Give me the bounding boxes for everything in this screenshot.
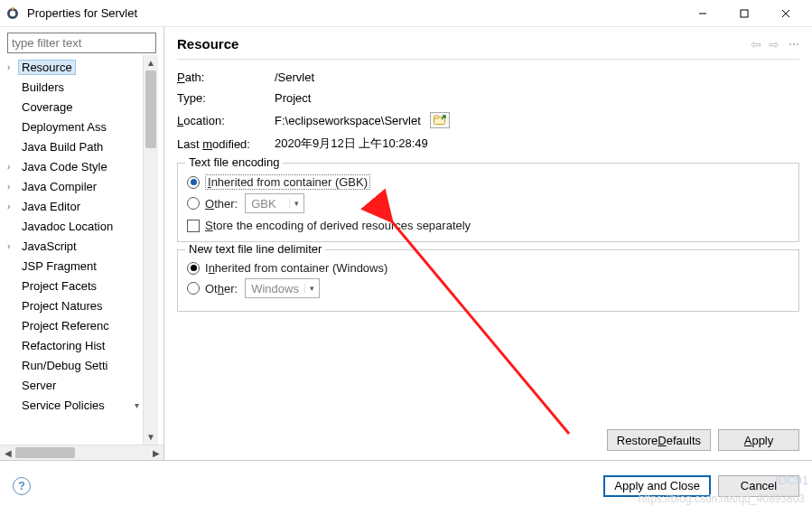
apply-button[interactable]: Apply xyxy=(718,429,799,451)
tree-item[interactable]: Java Build Path xyxy=(0,136,143,156)
lastmod-value: 2020年9月12日 上午10:28:49 xyxy=(275,136,428,152)
tree-item-label: JavaScript xyxy=(18,239,80,254)
tree-item[interactable]: Deployment Ass xyxy=(0,117,143,136)
view-menu-icon[interactable]: ⋯ xyxy=(789,38,799,51)
tree-item[interactable]: ›Resource xyxy=(0,57,143,77)
path-value: /Servlet xyxy=(275,70,314,84)
location-value: F:\eclipseworkspace\Servlet xyxy=(275,114,421,127)
tree-item[interactable]: Javadoc Location xyxy=(0,216,143,236)
delimiter-inherited-radio[interactable] xyxy=(187,262,200,275)
filter-input[interactable] xyxy=(7,33,156,53)
expand-icon: › xyxy=(7,182,18,192)
svg-rect-2 xyxy=(12,7,14,10)
svg-rect-4 xyxy=(741,10,748,17)
store-encoding-checkbox[interactable] xyxy=(187,220,200,232)
tree-item[interactable]: ›JavaScript xyxy=(0,236,143,256)
tree-item-label: Deployment Ass xyxy=(18,119,110,135)
location-label: Location: xyxy=(177,114,275,127)
tree-item[interactable]: Refactoring Hist xyxy=(0,335,143,355)
hscrollbar[interactable]: ◀ ▶ xyxy=(0,445,163,460)
expand-icon: › xyxy=(7,202,18,211)
type-value: Project xyxy=(275,91,311,105)
delimiter-other-radio[interactable] xyxy=(187,282,200,295)
tree-item-label: Javadoc Location xyxy=(18,219,117,234)
tree-item-label: Resource xyxy=(18,60,76,75)
main-panel: Resource ⇦ ⇨ ⋯ Path: /Servlet Type: Proj… xyxy=(164,27,812,460)
tree-item-label: Project Natures xyxy=(18,298,107,314)
encoding-legend: Text file encoding xyxy=(185,155,283,169)
tree-item[interactable]: Server xyxy=(0,375,143,395)
tree-item[interactable]: Run/Debug Setti xyxy=(0,355,143,375)
page-title: Resource xyxy=(177,36,743,52)
scroll-down-icon[interactable]: ▼ xyxy=(144,429,158,445)
encoding-other-value: GBK xyxy=(246,197,289,211)
expand-icon: › xyxy=(7,62,18,72)
encoding-inherited-radio[interactable] xyxy=(187,176,200,189)
close-button[interactable] xyxy=(765,1,807,26)
tree-item-label: Java Editor xyxy=(18,199,84,214)
chevron-down-icon: ▾ xyxy=(304,284,319,293)
tree-item-label: Refactoring Hist xyxy=(18,338,108,353)
encoding-other-combo[interactable]: GBK ▾ xyxy=(245,193,304,213)
delimiter-other-label: Other: xyxy=(205,282,238,295)
maximize-button[interactable] xyxy=(723,1,765,26)
help-icon[interactable]: ? xyxy=(13,477,31,495)
tree-item-label: Server xyxy=(18,378,60,393)
tree-item-label: Coverage xyxy=(18,99,76,115)
titlebar: Properties for Servlet xyxy=(0,0,812,27)
apply-and-close-button[interactable]: Apply and Close xyxy=(603,475,711,497)
delimiter-legend: New text file line delimiter xyxy=(185,242,325,256)
tree-item[interactable]: ›Java Editor xyxy=(0,196,143,216)
tree-item-label: Java Code Style xyxy=(18,159,111,174)
category-tree[interactable]: ›ResourceBuildersCoverageDeployment AssJ… xyxy=(0,55,143,445)
hscroll-thumb[interactable] xyxy=(15,447,75,458)
scroll-up-icon[interactable]: ▲ xyxy=(144,55,158,70)
svg-rect-8 xyxy=(434,116,438,118)
vscrollbar[interactable]: ▲ ▼ xyxy=(143,55,158,445)
svg-point-1 xyxy=(10,10,15,15)
nav-back-icon[interactable]: ⇦ xyxy=(751,37,761,52)
tree-item-label: Project Referenc xyxy=(18,318,113,333)
filter-wrap xyxy=(7,33,156,53)
encoding-other-radio[interactable] xyxy=(187,197,200,210)
tree-item-label: Java Build Path xyxy=(18,139,107,155)
chevron-down-icon: ▾ xyxy=(289,199,303,208)
tree-item[interactable]: Project Natures xyxy=(0,295,143,315)
nav-forward-icon[interactable]: ⇨ xyxy=(769,37,779,52)
tree-item-label: Project Facets xyxy=(18,278,100,294)
delimiter-inherited-label: Inherited from container (Windows) xyxy=(205,261,387,275)
expand-icon: › xyxy=(7,162,18,172)
restore-defaults-button[interactable]: Restore Defaults xyxy=(607,429,711,451)
window-title: Properties for Servlet xyxy=(27,6,682,20)
path-label: Path: xyxy=(177,70,275,84)
tree-item-label: Run/Debug Setti xyxy=(18,358,111,373)
lastmod-label: Last modified: xyxy=(177,137,275,151)
tree-item[interactable]: ›Java Code Style xyxy=(0,156,143,176)
tree-item[interactable]: Builders xyxy=(0,77,143,97)
app-icon xyxy=(5,6,20,21)
cancel-button[interactable]: Cancel xyxy=(718,475,799,497)
tree-item[interactable]: JSP Fragment xyxy=(0,256,143,276)
type-label: Type: xyxy=(177,91,275,105)
tree-item[interactable]: Service Policies▾ xyxy=(0,395,143,415)
encoding-group: Text file encoding Inherited from contai… xyxy=(177,163,799,242)
encoding-inherited-label: Inherited from container (GBK) xyxy=(205,174,370,190)
tree-item[interactable]: Project Referenc xyxy=(0,315,143,335)
scroll-left-icon[interactable]: ◀ xyxy=(0,448,15,458)
expand-icon: › xyxy=(7,241,18,251)
vscroll-thumb[interactable] xyxy=(145,70,156,148)
tree-item[interactable]: Coverage xyxy=(0,97,143,117)
tree-item[interactable]: Project Facets xyxy=(0,276,143,295)
delimiter-group: New text file line delimiter Inherited f… xyxy=(177,249,799,312)
chevron-down-icon: ▾ xyxy=(135,400,139,410)
delimiter-other-combo[interactable]: Windows ▾ xyxy=(245,278,320,298)
sidebar: ›ResourceBuildersCoverageDeployment AssJ… xyxy=(0,27,164,460)
tree-item-label: Service Policies xyxy=(18,398,108,413)
minimize-button[interactable] xyxy=(682,1,723,26)
footer: ? Apply and Close Cancel xyxy=(0,460,812,511)
tree-item-label: JSP Fragment xyxy=(18,258,100,274)
scroll-right-icon[interactable]: ▶ xyxy=(148,448,163,458)
show-in-explorer-button[interactable] xyxy=(430,112,450,128)
tree-item[interactable]: ›Java Compiler xyxy=(0,176,143,196)
encoding-other-label: Other: xyxy=(205,197,238,211)
